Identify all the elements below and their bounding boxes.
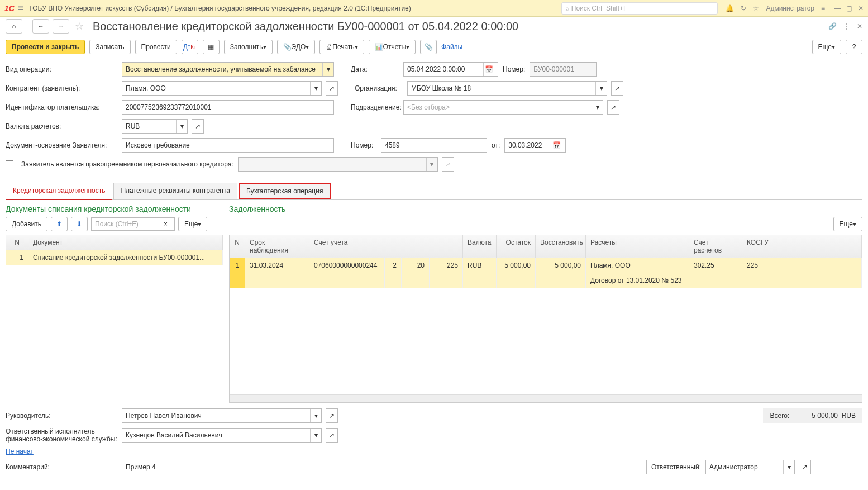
bell-icon[interactable]: 🔔 bbox=[726, 4, 734, 12]
dropdown-icon[interactable]: ▾ bbox=[595, 82, 607, 95]
grid-search-input[interactable]: Поиск (Ctrl+F) × bbox=[91, 217, 175, 231]
dropdown-icon[interactable]: ▾ bbox=[176, 120, 187, 133]
search-placeholder: Поиск (Ctrl+F) bbox=[95, 220, 139, 228]
not-started-link[interactable]: Не начат bbox=[6, 448, 34, 455]
dt-kt-icon[interactable]: ДтКт bbox=[182, 40, 198, 54]
minimize-icon[interactable]: — bbox=[834, 4, 841, 12]
basis-num-field[interactable]: 4589 bbox=[381, 138, 487, 153]
attach-icon[interactable]: 📎 bbox=[420, 40, 437, 54]
col-balance[interactable]: Остаток bbox=[497, 235, 536, 258]
contragent-field[interactable]: Пламя, ООО ▾ bbox=[122, 81, 322, 96]
settings-icon[interactable]: ≡ bbox=[821, 4, 825, 12]
cell-restore: 5 000,00 bbox=[536, 258, 586, 288]
files-link[interactable]: Файлы bbox=[441, 43, 462, 51]
maximize-icon[interactable]: ▢ bbox=[846, 4, 852, 12]
clear-icon[interactable]: × bbox=[160, 218, 171, 230]
table-row[interactable]: 1 Списание кредиторской задолженности БУ… bbox=[6, 250, 223, 265]
manager-field[interactable]: Петров Павел Иванович ▾ bbox=[122, 408, 322, 423]
cell-a4: 225 bbox=[430, 258, 463, 288]
col-n[interactable]: N bbox=[230, 235, 245, 258]
open-button[interactable]: ↗ bbox=[192, 119, 204, 134]
resp-label: Ответственный: bbox=[651, 463, 701, 471]
open-button[interactable]: ↗ bbox=[799, 460, 811, 474]
more-icon[interactable]: ⋮ bbox=[843, 22, 850, 30]
close-icon[interactable]: ✕ bbox=[858, 4, 864, 12]
star-icon[interactable]: ☆ bbox=[753, 4, 759, 12]
basis-field[interactable]: Исковое требование bbox=[122, 138, 334, 153]
edo-button[interactable]: 📎 ЭДО ▾ bbox=[277, 40, 316, 54]
post-button[interactable]: Провести bbox=[135, 40, 177, 54]
reports-button[interactable]: 📊 Отчеты ▾ bbox=[369, 40, 416, 54]
tab-creditor-debt[interactable]: Кредиторская задолженность bbox=[6, 183, 112, 200]
dropdown-icon[interactable]: ▾ bbox=[592, 101, 603, 114]
col-account[interactable]: Счет учета bbox=[309, 235, 463, 258]
exec-label: Ответственный исполнитель финансово-экон… bbox=[6, 427, 117, 443]
tab-accounting-op[interactable]: Бухгалтерская операция bbox=[239, 183, 331, 199]
total-value: 5 000,00 bbox=[812, 412, 838, 420]
col-kosgu[interactable]: КОСГУ bbox=[742, 235, 862, 258]
fill-button[interactable]: Заполнить ▾ bbox=[224, 40, 273, 54]
col-document[interactable]: Документ bbox=[28, 235, 223, 250]
exec-field[interactable]: Кузнецов Василий Васильевич ▾ bbox=[122, 428, 322, 443]
open-button: ↗ bbox=[442, 157, 454, 172]
menu-icon[interactable]: ≡ bbox=[18, 2, 24, 14]
org-field[interactable]: МБОУ Школа № 18 ▾ bbox=[407, 81, 607, 96]
toolbar-more-button[interactable]: Еще ▾ bbox=[812, 40, 841, 54]
history-icon[interactable]: ↻ bbox=[741, 4, 746, 12]
col-n[interactable]: N bbox=[6, 235, 28, 250]
table-row[interactable]: 1 31.03.2024 07060000000000244 2 20 225 … bbox=[230, 258, 862, 288]
open-button[interactable]: ↗ bbox=[607, 100, 619, 115]
resp-field[interactable]: Администратор ▾ bbox=[705, 460, 795, 474]
dropdown-icon[interactable]: ▾ bbox=[783, 460, 794, 474]
forward-button[interactable]: → bbox=[53, 19, 69, 34]
date-field[interactable]: 05.04.2022 0:00:00 📅 bbox=[403, 62, 498, 77]
global-search[interactable]: ⌕ Поиск Ctrl+Shift+F bbox=[561, 2, 718, 15]
dropdown-icon[interactable]: ▾ bbox=[310, 429, 321, 442]
currency-field[interactable]: RUB ▾ bbox=[122, 119, 188, 134]
calendar-icon[interactable]: 📅 bbox=[483, 63, 494, 76]
scrollbar[interactable] bbox=[230, 394, 862, 402]
home-button[interactable]: ⌂ bbox=[6, 19, 22, 34]
left-more-button[interactable]: Еще ▾ bbox=[178, 217, 207, 231]
successor-checkbox[interactable] bbox=[6, 160, 13, 168]
print-button[interactable]: 🖨 Печать ▾ bbox=[319, 40, 364, 54]
tab-payment-details[interactable]: Платежные реквизиты контрагента bbox=[113, 183, 237, 199]
post-and-close-button[interactable]: Провести и закрыть bbox=[6, 40, 85, 54]
col-calc[interactable]: Расчеты bbox=[586, 235, 689, 258]
org-label: Организация: bbox=[355, 84, 403, 92]
save-button[interactable]: Записать bbox=[89, 40, 130, 54]
add-button[interactable]: Добавить bbox=[6, 217, 47, 231]
dropdown-icon[interactable]: ▾ bbox=[322, 63, 333, 76]
basis-date-field[interactable]: 30.03.2022 📅 bbox=[504, 138, 566, 153]
op-type-field[interactable]: Восстановление задолженности, учитываемо… bbox=[122, 62, 334, 77]
move-down-button[interactable]: ⬇ bbox=[71, 217, 88, 231]
payer-id-field[interactable]: 20007752369233772010001 bbox=[122, 100, 334, 115]
dropdown-icon[interactable]: ▾ bbox=[310, 82, 321, 95]
open-button[interactable]: ↗ bbox=[326, 81, 338, 96]
exec-value: Кузнецов Василий Васильевич bbox=[126, 431, 222, 439]
col-observation-date[interactable]: Срок наблюдения bbox=[245, 235, 309, 258]
back-button[interactable]: ← bbox=[32, 19, 49, 34]
manager-label: Руководитель: bbox=[6, 412, 117, 420]
open-button[interactable]: ↗ bbox=[326, 408, 338, 423]
cell-n: 1 bbox=[6, 250, 28, 265]
help-button[interactable]: ? bbox=[846, 40, 862, 54]
col-restore[interactable]: Восстановить bbox=[536, 235, 586, 258]
list-icon[interactable]: ▦ bbox=[203, 40, 220, 54]
user-label[interactable]: Администратор bbox=[766, 4, 814, 12]
dropdown-icon[interactable]: ▾ bbox=[310, 409, 321, 422]
move-up-button[interactable]: ⬆ bbox=[51, 217, 68, 231]
favorite-icon[interactable]: ☆ bbox=[75, 20, 84, 32]
open-button[interactable]: ↗ bbox=[611, 81, 623, 96]
calendar-icon[interactable]: 📅 bbox=[551, 139, 562, 152]
open-button[interactable]: ↗ bbox=[326, 428, 338, 443]
col-calc-acct[interactable]: Счет расчетов bbox=[689, 235, 742, 258]
right-more-button[interactable]: Еще ▾ bbox=[833, 217, 862, 231]
close-tab-icon[interactable]: ✕ bbox=[857, 22, 862, 30]
col-currency[interactable]: Валюта bbox=[463, 235, 497, 258]
number-field: БУ00-000001 bbox=[530, 62, 597, 77]
link-icon[interactable]: 🔗 bbox=[828, 22, 837, 30]
dept-field[interactable]: <Без отбора> ▾ bbox=[403, 100, 603, 115]
currency-label: Валюта расчетов: bbox=[6, 122, 117, 130]
comment-field[interactable]: Пример 4 bbox=[122, 460, 647, 474]
